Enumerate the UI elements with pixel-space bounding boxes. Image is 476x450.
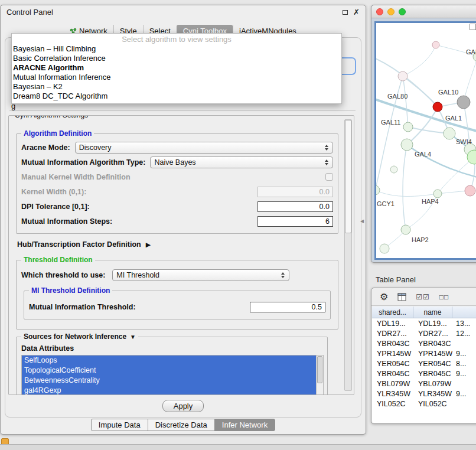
network-edge (376, 190, 438, 197)
column-header-clipped[interactable] (452, 306, 476, 318)
network-node[interactable] (401, 139, 413, 151)
manual-kernel-checkbox[interactable] (325, 173, 333, 181)
network-canvas[interactable]: GAL7GAL80GAL10GAL11GAL1SWI4GAL4GCY1HAP4H… (374, 21, 476, 260)
column-header-shared-name[interactable]: shared... (372, 306, 413, 318)
network-node-label: SWI4 (456, 138, 472, 145)
table-row[interactable]: YDR27...YDR27...12... (372, 328, 476, 338)
table-cell: YDL19... (413, 318, 452, 328)
network-node[interactable] (403, 122, 413, 132)
settings-scrollbar[interactable] (344, 119, 352, 391)
algorithm-option-selected[interactable]: ARACNE Algorithm (12, 63, 341, 73)
birdseye-toggle[interactable] (470, 24, 476, 30)
network-node[interactable] (380, 244, 389, 253)
table-row[interactable]: YLR345WYLR345W9... (372, 389, 476, 399)
mi-steps-input[interactable]: 6 (257, 216, 333, 227)
network-node[interactable] (457, 96, 470, 109)
apply-button-row: Apply (1, 400, 366, 412)
attribute-item[interactable]: SelfLoops (22, 356, 316, 366)
attribute-item[interactable]: BetweennessCentrality (22, 376, 316, 386)
aracne-mode-select[interactable]: Discovery (75, 142, 333, 154)
background-line-fragment (9, 110, 356, 111)
table-cell: 9... (452, 369, 476, 379)
tab-impute-data[interactable]: Impute Data (91, 419, 148, 431)
chevron-down-icon: ▼ (130, 334, 136, 340)
mi-threshold-group: MI Threshold Definition Mutual Informati… (24, 291, 331, 319)
table-header: shared... name (372, 306, 476, 318)
mi-threshold-input[interactable]: 0.5 (250, 302, 325, 312)
dpi-tolerance-input[interactable]: 0.0 (257, 201, 333, 212)
network-svg[interactable]: GAL7GAL80GAL10GAL11GAL1SWI4GAL4GCY1HAP4H… (376, 23, 476, 258)
network-node-label: HAP4 (422, 198, 439, 205)
tab-discretize-data[interactable]: Discretize Data (148, 419, 215, 431)
table-row[interactable]: YDL19...YDL19...13... (372, 318, 476, 328)
network-node[interactable] (376, 185, 380, 195)
network-node[interactable] (432, 41, 439, 48)
sources-title: Sources for Network Inference (24, 332, 126, 341)
tab-infer-network[interactable]: Infer Network (214, 419, 275, 431)
deselect-all-icon[interactable]: □□ (439, 293, 449, 301)
attribute-item[interactable]: gal4RGexp (22, 386, 316, 394)
table-row[interactable]: YBR043CYBR043C (372, 338, 476, 348)
threshold-definition-title: Threshold Definition (21, 256, 95, 264)
panel-splitter-icon[interactable]: ◀ (360, 219, 364, 224)
sources-toggle[interactable]: Sources for Network Inference ▼ (21, 332, 138, 341)
scrollbar-thumb[interactable] (317, 356, 322, 383)
mi-type-select[interactable]: Naive Bayes (150, 156, 333, 168)
minimize-traffic-light[interactable] (387, 8, 395, 15)
network-node-label: GAL7 (466, 48, 476, 56)
bottom-status-bar (0, 444, 476, 450)
float-window-icon[interactable] (343, 10, 348, 15)
algorithm-option[interactable]: Bayesian – K2 (12, 82, 341, 92)
network-node[interactable] (390, 166, 397, 173)
data-attributes-list[interactable]: SelfLoopsTopologicalCoefficientBetweenne… (21, 355, 324, 394)
kernel-width-input[interactable]: 0.0 (257, 187, 333, 197)
network-node[interactable] (401, 225, 410, 234)
close-icon[interactable]: ✗ (353, 8, 360, 16)
gear-icon[interactable]: ⚙ (380, 292, 388, 302)
table-row[interactable]: YBR045CYBR045C9... (372, 369, 476, 379)
network-edge (403, 76, 438, 107)
node-table: shared... name YDL19...YDL19...13...YDR2… (372, 306, 476, 423)
table-cell: 9... (452, 389, 476, 399)
apply-button[interactable]: Apply (162, 400, 204, 412)
algorithm-definition-title: Algorithm Definition (21, 129, 94, 138)
table-row[interactable]: YPR145WYPR145W9... (372, 348, 476, 358)
network-window-titlebar[interactable] (371, 5, 476, 18)
mi-threshold-label: Mutual Information Threshold: (29, 303, 136, 311)
select-all-icon[interactable]: ☑☑ (416, 293, 430, 301)
table-body: YDL19...YDL19...13...YDR27...YDR27...12.… (372, 318, 476, 409)
table-cell (452, 379, 476, 389)
network-node[interactable] (444, 128, 455, 139)
columns-icon[interactable] (397, 293, 406, 301)
network-node[interactable] (398, 71, 407, 81)
kernel-width-label: Kernel Width (0,1): (21, 188, 86, 196)
list-scrollbar[interactable] (316, 356, 323, 394)
algorithm-option[interactable]: Bayesian – Hill Climbing (12, 44, 341, 54)
which-threshold-select[interactable]: MI Threshold (112, 269, 289, 281)
dpi-tolerance-label: DPI Tolerance [0,1]: (21, 203, 90, 211)
control-panel-titlebar[interactable]: Control Panel ✗ (1, 5, 366, 19)
attribute-item[interactable]: TopologicalCoefficient (22, 366, 316, 376)
table-row[interactable]: YBL079WYBL079W (372, 379, 476, 389)
zoom-traffic-light[interactable] (399, 8, 406, 15)
column-header-name[interactable]: name (413, 306, 452, 318)
combo-arrows-icon (324, 145, 329, 151)
algorithm-option[interactable]: Mutual Information Inference (12, 73, 341, 82)
table-cell: 9... (452, 348, 476, 358)
dpi-tolerance-row: DPI Tolerance [0,1]: 0.0 (21, 199, 333, 214)
table-cell: YBR045C (372, 369, 413, 379)
network-node-label: GAL80 (387, 93, 407, 100)
table-row[interactable]: YER054CYER054C8... (372, 358, 476, 369)
table-cell: YER054C (372, 358, 413, 369)
algorithm-option[interactable]: Dream8 DC_TDC Algorithm (12, 92, 341, 101)
network-node[interactable] (433, 190, 442, 198)
close-traffic-light[interactable] (376, 8, 383, 15)
scrollbar-thumb[interactable] (345, 120, 351, 233)
algorithm-option[interactable]: Basic Correlation Inference (12, 54, 341, 63)
network-node-label: HAP2 (412, 236, 429, 243)
network-node[interactable] (465, 185, 475, 196)
table-cell: YIL052C (413, 399, 452, 409)
hub-definition-toggle[interactable]: Hub/Transcription Factor Definition ▶ (17, 239, 336, 250)
network-node[interactable] (433, 102, 442, 112)
table-row[interactable]: YIL052CYIL052C (372, 399, 476, 409)
